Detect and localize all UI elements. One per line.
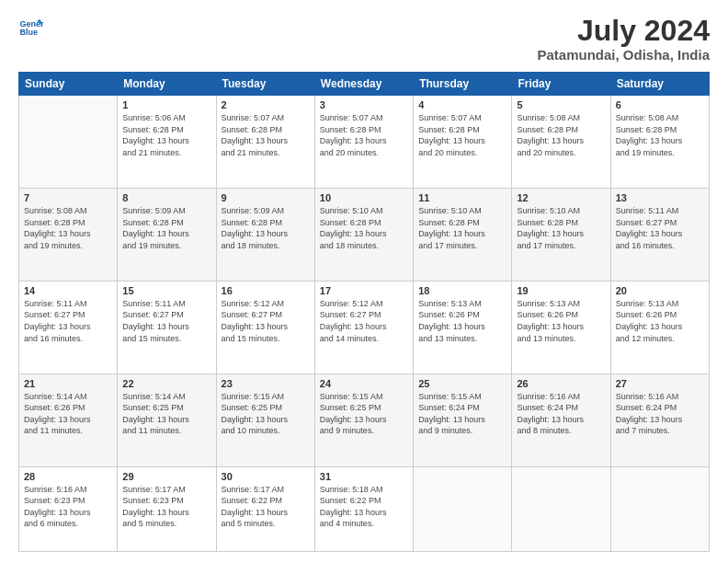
calendar-cell: 1Sunrise: 5:06 AM Sunset: 6:28 PM Daylig…: [118, 96, 216, 189]
day-info: Sunrise: 5:13 AM Sunset: 6:26 PM Dayligh…: [616, 298, 704, 344]
day-info: Sunrise: 5:15 AM Sunset: 6:24 PM Dayligh…: [418, 391, 506, 437]
day-number: 9: [222, 192, 310, 203]
day-number: 8: [122, 192, 210, 203]
day-number: 16: [222, 285, 310, 296]
day-info: Sunrise: 5:07 AM Sunset: 6:28 PM Dayligh…: [320, 112, 408, 158]
day-info: Sunrise: 5:16 AM Sunset: 6:24 PM Dayligh…: [616, 391, 704, 437]
day-number: 12: [517, 192, 605, 203]
day-number: 18: [418, 285, 506, 296]
day-info: Sunrise: 5:10 AM Sunset: 6:28 PM Dayligh…: [320, 205, 408, 251]
calendar-week-2: 7Sunrise: 5:08 AM Sunset: 6:28 PM Daylig…: [19, 189, 710, 282]
calendar-cell: 12Sunrise: 5:10 AM Sunset: 6:28 PM Dayli…: [512, 189, 610, 282]
day-number: 4: [418, 99, 506, 110]
day-header-sunday: Sunday: [19, 73, 118, 96]
calendar-cell: 23Sunrise: 5:15 AM Sunset: 6:25 PM Dayli…: [216, 373, 314, 466]
calendar-table: SundayMondayTuesdayWednesdayThursdayFrid…: [18, 72, 710, 552]
calendar-cell: 14Sunrise: 5:11 AM Sunset: 6:27 PM Dayli…: [19, 281, 118, 373]
day-number: 15: [122, 285, 210, 296]
day-number: 24: [320, 378, 408, 389]
day-info: Sunrise: 5:12 AM Sunset: 6:27 PM Dayligh…: [320, 298, 408, 344]
day-info: Sunrise: 5:07 AM Sunset: 6:28 PM Dayligh…: [418, 112, 506, 158]
calendar-cell: 17Sunrise: 5:12 AM Sunset: 6:27 PM Dayli…: [314, 281, 413, 373]
day-header-monday: Monday: [118, 73, 216, 96]
day-number: 23: [222, 378, 310, 389]
calendar-week-1: 1Sunrise: 5:06 AM Sunset: 6:28 PM Daylig…: [19, 96, 710, 189]
calendar-header-row: SundayMondayTuesdayWednesdayThursdayFrid…: [19, 73, 710, 96]
day-info: Sunrise: 5:10 AM Sunset: 6:28 PM Dayligh…: [517, 205, 605, 251]
calendar-cell: 16Sunrise: 5:12 AM Sunset: 6:27 PM Dayli…: [216, 281, 314, 373]
day-header-thursday: Thursday: [414, 73, 512, 96]
day-info: Sunrise: 5:13 AM Sunset: 6:26 PM Dayligh…: [517, 298, 605, 344]
calendar-cell: 5Sunrise: 5:08 AM Sunset: 6:28 PM Daylig…: [512, 96, 610, 189]
day-info: Sunrise: 5:17 AM Sunset: 6:22 PM Dayligh…: [222, 484, 310, 530]
day-number: 26: [517, 378, 605, 389]
day-info: Sunrise: 5:07 AM Sunset: 6:28 PM Dayligh…: [222, 112, 310, 158]
calendar-cell: 13Sunrise: 5:11 AM Sunset: 6:27 PM Dayli…: [610, 189, 709, 282]
day-number: 28: [24, 471, 112, 482]
day-info: Sunrise: 5:14 AM Sunset: 6:25 PM Dayligh…: [122, 391, 210, 437]
calendar-cell: 4Sunrise: 5:07 AM Sunset: 6:28 PM Daylig…: [414, 96, 512, 189]
calendar-cell: 8Sunrise: 5:09 AM Sunset: 6:28 PM Daylig…: [118, 189, 216, 282]
day-header-friday: Friday: [512, 73, 610, 96]
calendar-cell: 29Sunrise: 5:17 AM Sunset: 6:23 PM Dayli…: [118, 466, 216, 552]
day-info: Sunrise: 5:11 AM Sunset: 6:27 PM Dayligh…: [24, 298, 112, 344]
calendar-cell: [512, 466, 610, 552]
day-header-saturday: Saturday: [610, 73, 709, 96]
calendar-cell: 20Sunrise: 5:13 AM Sunset: 6:26 PM Dayli…: [610, 281, 709, 373]
day-number: 30: [222, 471, 310, 482]
day-info: Sunrise: 5:16 AM Sunset: 6:24 PM Dayligh…: [517, 391, 605, 437]
location: Patamundai, Odisha, India: [537, 47, 710, 63]
calendar-cell: [19, 96, 118, 189]
calendar-cell: 22Sunrise: 5:14 AM Sunset: 6:25 PM Dayli…: [118, 373, 216, 466]
day-info: Sunrise: 5:08 AM Sunset: 6:28 PM Dayligh…: [616, 112, 704, 158]
day-number: 31: [320, 471, 408, 482]
day-number: 17: [320, 285, 408, 296]
calendar-cell: 31Sunrise: 5:18 AM Sunset: 6:22 PM Dayli…: [314, 466, 413, 552]
calendar-week-3: 14Sunrise: 5:11 AM Sunset: 6:27 PM Dayli…: [19, 281, 710, 373]
calendar-cell: 24Sunrise: 5:15 AM Sunset: 6:25 PM Dayli…: [314, 373, 413, 466]
day-number: 3: [320, 99, 408, 110]
day-number: 13: [616, 192, 704, 203]
calendar-cell: 3Sunrise: 5:07 AM Sunset: 6:28 PM Daylig…: [314, 96, 413, 189]
calendar-cell: 27Sunrise: 5:16 AM Sunset: 6:24 PM Dayli…: [610, 373, 709, 466]
day-number: 11: [418, 192, 506, 203]
day-info: Sunrise: 5:16 AM Sunset: 6:23 PM Dayligh…: [24, 484, 112, 530]
header: General Blue July 2024 Patamundai, Odish…: [18, 15, 710, 63]
day-number: 1: [122, 99, 210, 110]
calendar-cell: 21Sunrise: 5:14 AM Sunset: 6:26 PM Dayli…: [19, 373, 118, 466]
day-number: 20: [616, 285, 704, 296]
calendar-cell: 11Sunrise: 5:10 AM Sunset: 6:28 PM Dayli…: [414, 189, 512, 282]
day-info: Sunrise: 5:11 AM Sunset: 6:27 PM Dayligh…: [122, 298, 210, 344]
day-info: Sunrise: 5:12 AM Sunset: 6:27 PM Dayligh…: [222, 298, 310, 344]
day-header-tuesday: Tuesday: [216, 73, 314, 96]
calendar-week-4: 21Sunrise: 5:14 AM Sunset: 6:26 PM Dayli…: [19, 373, 710, 466]
calendar-cell: 25Sunrise: 5:15 AM Sunset: 6:24 PM Dayli…: [414, 373, 512, 466]
day-info: Sunrise: 5:17 AM Sunset: 6:23 PM Dayligh…: [122, 484, 210, 530]
title-block: July 2024 Patamundai, Odisha, India: [537, 15, 710, 63]
day-info: Sunrise: 5:10 AM Sunset: 6:28 PM Dayligh…: [418, 205, 506, 251]
day-info: Sunrise: 5:18 AM Sunset: 6:22 PM Dayligh…: [320, 484, 408, 530]
day-info: Sunrise: 5:08 AM Sunset: 6:28 PM Dayligh…: [517, 112, 605, 158]
day-number: 2: [222, 99, 310, 110]
day-info: Sunrise: 5:13 AM Sunset: 6:26 PM Dayligh…: [418, 298, 506, 344]
day-number: 7: [24, 192, 112, 203]
day-number: 10: [320, 192, 408, 203]
calendar-cell: 7Sunrise: 5:08 AM Sunset: 6:28 PM Daylig…: [19, 189, 118, 282]
day-header-wednesday: Wednesday: [314, 73, 413, 96]
calendar-cell: 18Sunrise: 5:13 AM Sunset: 6:26 PM Dayli…: [414, 281, 512, 373]
day-number: 14: [24, 285, 112, 296]
day-number: 19: [517, 285, 605, 296]
calendar-cell: [610, 466, 709, 552]
calendar-cell: 28Sunrise: 5:16 AM Sunset: 6:23 PM Dayli…: [19, 466, 118, 552]
month-year: July 2024: [537, 15, 710, 47]
calendar-cell: 6Sunrise: 5:08 AM Sunset: 6:28 PM Daylig…: [610, 96, 709, 189]
day-info: Sunrise: 5:11 AM Sunset: 6:27 PM Dayligh…: [616, 205, 704, 251]
calendar-cell: 15Sunrise: 5:11 AM Sunset: 6:27 PM Dayli…: [118, 281, 216, 373]
day-number: 5: [517, 99, 605, 110]
day-number: 29: [122, 471, 210, 482]
day-info: Sunrise: 5:08 AM Sunset: 6:28 PM Dayligh…: [24, 205, 112, 251]
day-info: Sunrise: 5:06 AM Sunset: 6:28 PM Dayligh…: [122, 112, 210, 158]
logo-icon: General Blue: [18, 15, 44, 40]
day-number: 22: [122, 378, 210, 389]
calendar-week-5: 28Sunrise: 5:16 AM Sunset: 6:23 PM Dayli…: [19, 466, 710, 552]
